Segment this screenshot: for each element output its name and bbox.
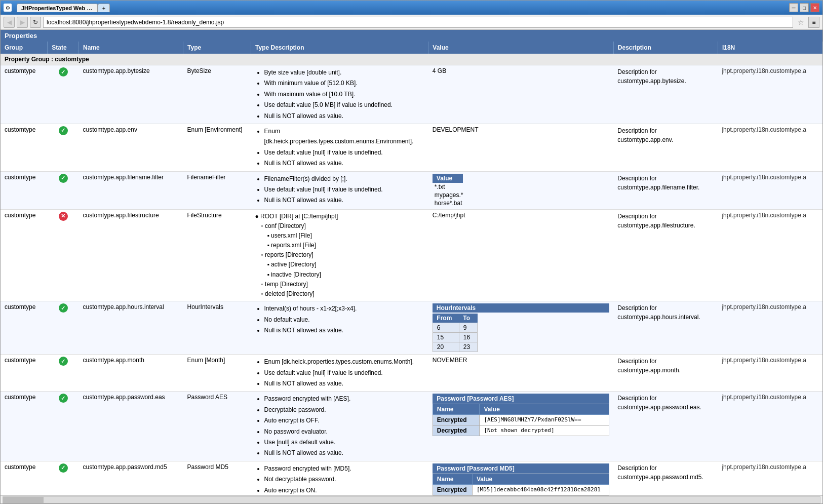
minimize-button[interactable]: ─ — [789, 3, 798, 12]
cell-type: ByteSize — [183, 65, 251, 124]
cell-i18n: jhpt.property.i18n.customtype.a — [718, 65, 822, 124]
col-header-value: Value — [428, 42, 613, 54]
col-header-state: State — [48, 42, 79, 54]
main-scroll-area[interactable]: Properties Group State Name Type Type De… — [1, 30, 822, 495]
tab-label: JHPropertiesTyped Web D... — [21, 5, 95, 11]
cell-group: customtype — [1, 124, 48, 171]
cell-value: 4 GB — [428, 65, 613, 124]
forward-button[interactable]: ▶ — [17, 17, 28, 28]
new-tab[interactable]: + — [98, 4, 110, 12]
cell-description: Description for customtype.app.bytesize. — [613, 65, 718, 124]
cell-group: customtype — [1, 355, 48, 392]
col-header-group: Group — [1, 42, 48, 54]
col-header-name: Name — [79, 42, 183, 54]
cell-type-description: Byte size value [double unit].With minim… — [251, 65, 428, 124]
cell-description: Description for customtype.app.filename.… — [613, 171, 718, 209]
cell-value: DEVELOPMENT — [428, 124, 613, 171]
cell-type: HourIntervals — [183, 301, 251, 355]
cell-type-description: ● ROOT [DIR] at [C:/temp/jhpt] ◦ conf [D… — [251, 209, 428, 301]
cell-type: FilenameFilter — [183, 171, 251, 209]
cell-type: Password AES — [183, 392, 251, 461]
cell-group: customtype — [1, 461, 48, 495]
cell-type-description: Enum [dk.heick.properties.types.custom.e… — [251, 355, 428, 392]
cell-description: Description for customtype.app.env. — [613, 124, 718, 171]
group-header-row: Property Group : customtype — [1, 54, 822, 65]
cell-description: Description for customtype.app.month. — [613, 355, 718, 392]
table-row: customtype✓customtype.app.password.md5Pa… — [1, 461, 822, 495]
cell-i18n: jhpt.property.i18n.customtype.a — [718, 209, 822, 301]
close-button[interactable]: ✕ — [810, 3, 819, 12]
cell-description: Description for customtype.app.filestruc… — [613, 209, 718, 301]
address-bar: ◀ ▶ ↻ ☆ ≡ — [1, 15, 822, 30]
cell-name: customtype.app.hours.interval — [79, 301, 183, 355]
cell-i18n: jhpt.property.i18n.customtype.a — [718, 124, 822, 171]
cell-type-description: FilenameFilter(s) divided by [;].Use def… — [251, 171, 428, 209]
cell-description: Description for customtype.app.password.… — [613, 461, 718, 495]
cell-name: customtype.app.password.md5 — [79, 461, 183, 495]
cell-group: customtype — [1, 392, 48, 461]
cell-type: Enum [Month] — [183, 355, 251, 392]
cell-state: ✓ — [48, 301, 79, 355]
bookmark-icon[interactable]: ☆ — [795, 17, 806, 28]
cell-group: customtype — [1, 171, 48, 209]
cell-group: customtype — [1, 301, 48, 355]
refresh-button[interactable]: ↻ — [30, 17, 41, 28]
address-input[interactable] — [43, 17, 793, 28]
active-tab[interactable]: JHPropertiesTyped Web D... ✕ — [17, 4, 98, 12]
status-error-icon: ✕ — [59, 212, 68, 221]
scroll-track[interactable] — [3, 496, 820, 503]
table-row: customtype✓customtype.app.hours.interval… — [1, 301, 822, 355]
cell-name: customtype.app.env — [79, 124, 183, 171]
table-row: customtype✓customtype.app.filename.filte… — [1, 171, 822, 209]
cell-group: customtype — [1, 65, 48, 124]
table-row: customtype✓customtype.app.bytesizeByteSi… — [1, 65, 822, 124]
properties-table: Group State Name Type Type Description V… — [1, 42, 822, 495]
browser-menu-button[interactable]: ≡ — [808, 17, 819, 28]
cell-i18n: jhpt.property.i18n.customtype.a — [718, 171, 822, 209]
cell-value: Value*.txtmypages.*horse*.bat — [428, 171, 613, 209]
cell-i18n: jhpt.property.i18n.customtype.a — [718, 355, 822, 392]
status-ok-icon: ✓ — [59, 463, 68, 473]
cell-state: ✓ — [48, 65, 79, 124]
col-header-desc: Description — [613, 42, 718, 54]
status-ok-icon: ✓ — [59, 357, 68, 366]
table-row: customtype✓customtype.app.password.easPa… — [1, 392, 822, 461]
cell-state: ✓ — [48, 392, 79, 461]
cell-name: customtype.app.password.eas — [79, 392, 183, 461]
maximize-button[interactable]: □ — [800, 3, 809, 12]
scroll-thumb[interactable] — [3, 497, 44, 503]
cell-type: Password MD5 — [183, 461, 251, 495]
cell-description: Description for customtype.app.hours.int… — [613, 301, 718, 355]
cell-type: FileStructure — [183, 209, 251, 301]
cell-name: customtype.app.filestructure — [79, 209, 183, 301]
group-header-label: Property Group : customtype — [1, 54, 822, 65]
cell-type-description: Password encrypted with [AES].Decryptabl… — [251, 392, 428, 461]
cell-value: C:/temp/jhpt — [428, 209, 613, 301]
cell-state: ✕ — [48, 209, 79, 301]
cell-name: customtype.app.filename.filter — [79, 171, 183, 209]
title-bar: ⚙ JHPropertiesTyped Web D... ✕ + ─ □ ✕ — [1, 1, 822, 15]
table-header-row: Group State Name Type Type Description V… — [1, 42, 822, 54]
cell-state: ✓ — [48, 355, 79, 392]
horizontal-scrollbar[interactable] — [1, 495, 822, 503]
back-button[interactable]: ◀ — [4, 17, 15, 28]
cell-type: Enum [Environment] — [183, 124, 251, 171]
status-ok-icon: ✓ — [59, 126, 68, 135]
page-title: Properties — [5, 32, 37, 40]
cell-name: customtype.app.bytesize — [79, 65, 183, 124]
cell-value: Password [Password MD5]NameValueEncrypte… — [428, 461, 613, 495]
cell-value: Password [Password AES]NameValueEncrypte… — [428, 392, 613, 461]
status-ok-icon: ✓ — [59, 174, 68, 183]
cell-state: ✓ — [48, 124, 79, 171]
cell-name: customtype.app.month — [79, 355, 183, 392]
status-ok-icon: ✓ — [59, 394, 68, 403]
col-header-i18n: I18N — [718, 42, 822, 54]
cell-type-description: Interval(s) of hours - x1-x2[;x3-x4].No … — [251, 301, 428, 355]
window-controls[interactable]: ─ □ ✕ — [789, 3, 819, 12]
status-ok-icon: ✓ — [59, 303, 68, 313]
cell-type-description: Enum [dk.heick.properties.types.custom.e… — [251, 124, 428, 171]
col-header-typedesc: Type Description — [251, 42, 428, 54]
cell-description: Description for customtype.app.password.… — [613, 392, 718, 461]
cell-i18n: jhpt.property.i18n.customtype.a — [718, 461, 822, 495]
tab-bar[interactable]: JHPropertiesTyped Web D... ✕ + — [17, 4, 110, 12]
